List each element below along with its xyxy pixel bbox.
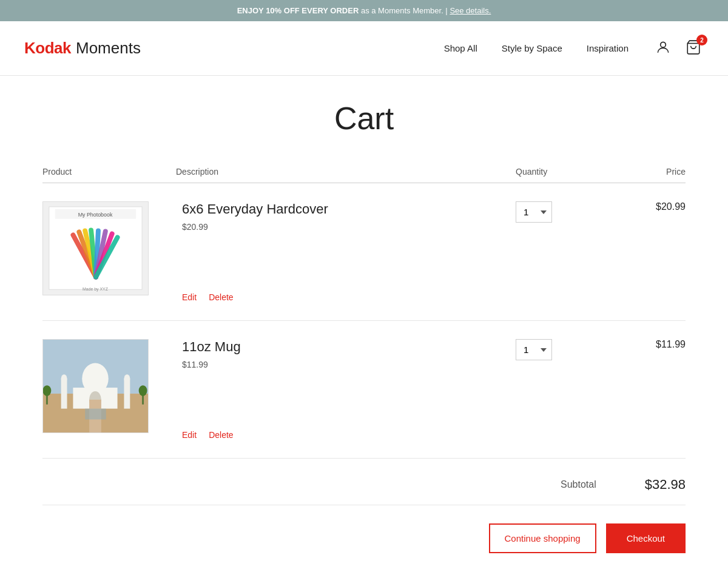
cart-row: 11oz Mug $11.99 Edit Delete 1 2 3 4 5 $1… bbox=[42, 321, 686, 459]
item-1-quantity-select[interactable]: 1 2 3 4 5 bbox=[516, 201, 552, 223]
header-price: Price bbox=[613, 167, 686, 177]
account-button[interactable] bbox=[653, 37, 673, 59]
header-description: Description bbox=[176, 167, 516, 177]
svg-point-26 bbox=[43, 385, 51, 396]
svg-point-21 bbox=[61, 374, 67, 383]
item-1-edit[interactable]: Edit bbox=[182, 292, 197, 302]
cart-button[interactable]: 2 bbox=[683, 37, 704, 59]
main-content: Cart Product Description Quantity Price … bbox=[30, 76, 698, 572]
page-title: Cart bbox=[42, 100, 686, 136]
svg-text:My Photobook: My Photobook bbox=[78, 212, 113, 218]
subtotal-row: Subtotal $32.98 bbox=[42, 459, 686, 505]
svg-point-0 bbox=[661, 42, 666, 47]
item-2-edit[interactable]: Edit bbox=[182, 430, 197, 440]
site-logo[interactable]: Kodak Moments bbox=[24, 39, 444, 58]
nav-style-by-space[interactable]: Style by Space bbox=[502, 43, 562, 53]
item-2-delete[interactable]: Delete bbox=[209, 430, 233, 440]
nav-shop-all[interactable]: Shop All bbox=[444, 43, 477, 53]
promo-text: as a Moments Member. | bbox=[361, 6, 448, 15]
cart-badge: 2 bbox=[696, 35, 707, 45]
item-1-total-price: $20.99 bbox=[613, 201, 686, 212]
item-2-total-price: $11.99 bbox=[613, 339, 686, 350]
item-1-quantity-col: 1 2 3 4 5 bbox=[516, 201, 613, 223]
item-2-unit-price: $11.99 bbox=[182, 360, 516, 369]
svg-text:Made by XYZ: Made by XYZ bbox=[83, 287, 108, 292]
item-1-name: 6x6 Everyday Hardcover bbox=[182, 201, 516, 217]
svg-rect-30 bbox=[85, 409, 106, 420]
promo-bold-text: ENJOY 10% OFF EVERY ORDER bbox=[237, 6, 359, 15]
svg-point-23 bbox=[124, 374, 130, 383]
header-icons: 2 bbox=[653, 37, 704, 59]
item-2-quantity-col: 1 2 3 4 5 bbox=[516, 339, 613, 360]
item-2-quantity-select[interactable]: 1 2 3 4 5 bbox=[516, 339, 552, 360]
item-2-actions: Edit Delete bbox=[182, 430, 516, 440]
continue-shopping-button[interactable]: Continue shopping bbox=[489, 523, 596, 553]
nav-inspiration[interactable]: Inspiration bbox=[587, 43, 629, 53]
header-product: Product bbox=[42, 167, 176, 177]
svg-rect-20 bbox=[61, 379, 67, 408]
item-1-description: 6x6 Everyday Hardcover $20.99 Edit Delet… bbox=[176, 201, 516, 302]
svg-rect-22 bbox=[124, 379, 130, 408]
cart-table-header: Product Description Quantity Price bbox=[42, 167, 686, 183]
subtotal-amount: $32.98 bbox=[645, 477, 686, 493]
product-image-mug bbox=[42, 339, 176, 433]
promo-link[interactable]: See details. bbox=[450, 6, 491, 15]
site-header: Kodak Moments Shop All Style by Space In… bbox=[0, 21, 728, 76]
subtotal-label: Subtotal bbox=[561, 479, 596, 490]
item-2-name: 11oz Mug bbox=[182, 339, 516, 355]
item-1-actions: Edit Delete bbox=[182, 292, 516, 302]
item-2-description: 11oz Mug $11.99 Edit Delete bbox=[176, 339, 516, 440]
main-nav: Shop All Style by Space Inspiration bbox=[444, 43, 629, 53]
svg-point-28 bbox=[139, 385, 147, 396]
item-1-unit-price: $20.99 bbox=[182, 222, 516, 232]
promo-banner: ENJOY 10% OFF EVERY ORDER as a Moments M… bbox=[0, 0, 728, 21]
header-quantity: Quantity bbox=[516, 167, 613, 177]
product-image-photobook: My Photobook Made by XYZ bbox=[42, 201, 176, 295]
cart-row: My Photobook Made by XYZ bbox=[42, 183, 686, 321]
logo-sub: Moments bbox=[76, 39, 141, 58]
checkout-button[interactable]: Checkout bbox=[606, 523, 686, 553]
logo-brand: Kodak bbox=[24, 39, 71, 58]
item-1-delete[interactable]: Delete bbox=[209, 292, 233, 302]
cart-actions: Continue shopping Checkout bbox=[42, 523, 686, 553]
